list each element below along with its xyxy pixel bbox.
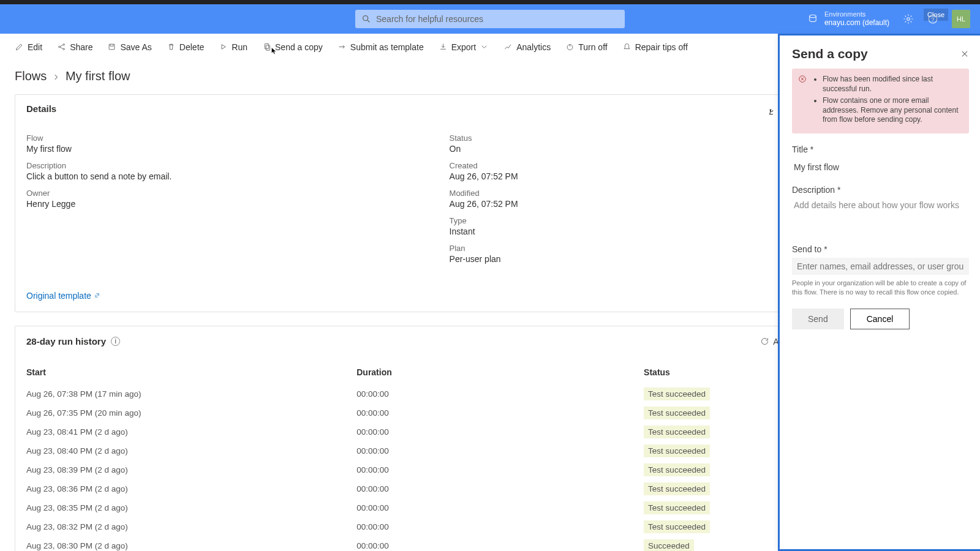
description-label: Description * [792, 185, 969, 195]
original-template-link[interactable]: Original template [26, 291, 100, 301]
cancel-button[interactable]: Cancel [850, 309, 910, 329]
repair-tips-button[interactable]: Repair tips off [622, 42, 688, 52]
svg-rect-11 [266, 45, 270, 50]
history-row[interactable]: Aug 23, 08:40 PM (2 d ago)00:00:00Test s… [26, 441, 802, 460]
type-label: Type [450, 216, 802, 225]
close-button[interactable]: Close [924, 9, 948, 21]
error-item: Flow has been modified since last succes… [823, 75, 962, 94]
run-start: Aug 26, 07:38 PM (17 min ago) [26, 389, 356, 399]
database-icon [807, 13, 818, 24]
history-row[interactable]: Aug 26, 07:35 PM (20 min ago)00:00:00Tes… [26, 403, 802, 422]
export-icon [439, 42, 448, 51]
svg-line-1 [368, 20, 369, 22]
svg-point-3 [907, 18, 910, 21]
run-start: Aug 23, 08:30 PM (2 d ago) [26, 541, 356, 550]
panel-title: Send a copy [792, 47, 868, 61]
svg-rect-10 [265, 44, 268, 49]
env-label: Environments [824, 10, 889, 18]
run-duration: 00:00:00 [356, 522, 644, 531]
chevron-right-icon: › [54, 69, 58, 83]
error-icon [798, 75, 807, 83]
created-label: Created [450, 161, 802, 170]
title-label: Title * [792, 144, 969, 154]
gear-icon[interactable] [903, 13, 914, 24]
history-row[interactable]: Aug 23, 08:39 PM (2 d ago)00:00:00Test s… [26, 460, 802, 479]
svg-point-6 [59, 46, 61, 48]
pencil-icon [15, 42, 24, 51]
run-status: Test succeeded [644, 425, 710, 438]
svg-point-2 [810, 15, 816, 18]
history-row[interactable]: Aug 23, 08:30 PM (2 d ago)00:00:00Succee… [26, 536, 802, 551]
search-icon [361, 14, 371, 24]
play-icon [219, 42, 228, 51]
flow-value: My first flow [26, 144, 450, 154]
run-start: Aug 26, 07:35 PM (20 min ago) [26, 408, 356, 418]
delete-button[interactable]: Delete [167, 42, 204, 52]
history-title: 28-day run history [26, 336, 106, 347]
info-icon[interactable]: i [111, 337, 120, 346]
status-label: Status [450, 133, 802, 143]
sendto-input[interactable] [792, 258, 969, 275]
environment-picker[interactable]: Environments enayu.com (default) [807, 10, 889, 28]
trash-icon [167, 42, 176, 51]
run-duration: 00:00:00 [356, 446, 644, 455]
run-duration: 00:00:00 [356, 465, 644, 474]
svg-point-8 [63, 48, 65, 50]
error-banner: Flow has been modified since last succes… [792, 69, 969, 133]
history-row[interactable]: Aug 23, 08:35 PM (2 d ago)00:00:00Test s… [26, 498, 802, 517]
search-input[interactable] [355, 10, 625, 28]
copy-icon [262, 42, 271, 51]
power-icon [565, 42, 575, 51]
details-card: Details Edit Flow My first flow Descript… [15, 94, 813, 312]
owner-label: Owner [26, 189, 450, 198]
send-button[interactable]: Send [792, 309, 844, 329]
close-icon[interactable] [960, 50, 969, 58]
run-start: Aug 23, 08:35 PM (2 d ago) [26, 503, 356, 512]
run-status: Test succeeded [644, 388, 710, 400]
run-duration: 00:00:00 [356, 389, 644, 399]
breadcrumb-current: My first flow [66, 69, 130, 83]
chart-icon [503, 42, 513, 51]
history-row[interactable]: Aug 23, 08:32 PM (2 d ago)00:00:00Test s… [26, 517, 802, 536]
turn-off-button[interactable]: Turn off [565, 42, 607, 52]
status-value: On [450, 144, 802, 154]
run-start: Aug 23, 08:36 PM (2 d ago) [26, 484, 356, 493]
run-history-card: 28-day run history i All runs Start Dura… [15, 326, 813, 551]
run-duration: 00:00:00 [356, 408, 644, 418]
error-item: Flow contains one or more email addresse… [823, 96, 962, 125]
run-status: Test succeeded [644, 482, 710, 495]
title-input[interactable]: My first flow [792, 158, 969, 176]
run-start: Aug 23, 08:41 PM (2 d ago) [26, 427, 356, 437]
run-status: Test succeeded [644, 407, 710, 419]
run-start: Aug 23, 08:40 PM (2 d ago) [26, 446, 356, 455]
save-as-button[interactable]: Save As [107, 42, 151, 52]
plan-value: Per-user plan [450, 254, 802, 264]
history-row[interactable]: Aug 26, 07:38 PM (17 min ago)00:00:00Tes… [26, 384, 802, 403]
breadcrumb-root[interactable]: Flows [15, 69, 47, 83]
submit-template-button[interactable]: Submit as template [337, 42, 424, 52]
owner-value: Henry Legge [26, 199, 450, 209]
user-avatar[interactable]: HL Close [952, 10, 970, 28]
export-button[interactable]: Export [439, 42, 489, 52]
col-start: Start [26, 367, 356, 377]
save-icon [107, 42, 116, 51]
svg-point-7 [63, 44, 65, 46]
share-button[interactable]: Share [57, 42, 92, 52]
run-status: Test succeeded [644, 520, 710, 533]
edit-button[interactable]: Edit [15, 42, 42, 52]
arrow-right-icon [337, 42, 347, 51]
sendto-label: Send to * [792, 244, 969, 254]
description-input[interactable] [792, 198, 969, 234]
sendto-hint: People in your organization will be able… [792, 279, 969, 298]
history-row[interactable]: Aug 23, 08:36 PM (2 d ago)00:00:00Test s… [26, 479, 802, 498]
run-status: Succeeded [644, 539, 694, 551]
analytics-button[interactable]: Analytics [503, 42, 551, 52]
created-value: Aug 26, 07:52 PM [450, 171, 802, 181]
send-copy-button[interactable]: Send a copy [262, 42, 323, 52]
run-button[interactable]: Run [219, 42, 247, 52]
history-row[interactable]: Aug 23, 08:41 PM (2 d ago)00:00:00Test s… [26, 422, 802, 441]
run-duration: 00:00:00 [356, 503, 644, 512]
svg-point-0 [363, 16, 368, 21]
chevron-down-icon [480, 42, 489, 51]
run-duration: 00:00:00 [356, 484, 644, 493]
